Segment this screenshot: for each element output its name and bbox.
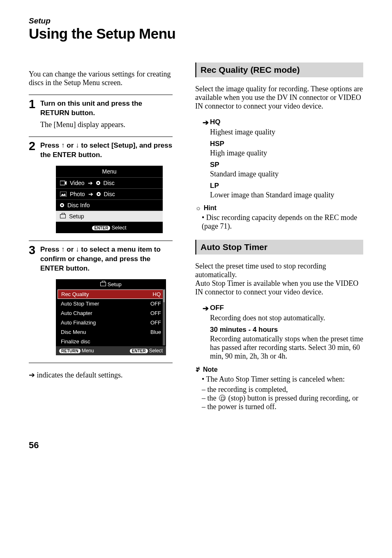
- default-arrow-icon: ➔: [203, 118, 210, 127]
- setup-row: Auto Chapter OFF: [56, 308, 166, 318]
- bulb-icon: [195, 204, 201, 212]
- section-intro: Select the preset time used to stop reco…: [195, 262, 363, 296]
- note-item: the recording is completed,: [202, 385, 363, 394]
- note-icon: [195, 366, 201, 373]
- divider: [29, 241, 173, 241]
- page-title: Using the Setup Menu: [29, 25, 363, 42]
- arrow-icon: ➔: [88, 180, 93, 186]
- note-heading: Note: [195, 366, 363, 373]
- stop-icon: [219, 395, 226, 401]
- setup-footer: RETURNMenu ENTERSelect: [56, 346, 166, 355]
- note-sublist: the recording is completed, the (stop) b…: [202, 385, 363, 411]
- step-heading: Press ↑ or ↓ to select [Setup], and pres…: [40, 141, 173, 160]
- note-intro: The Auto Stop Timer setting is canceled …: [202, 375, 363, 384]
- definition-sp: SP Standard image quality: [203, 161, 363, 178]
- step-heading: Press ↑ or ↓ to select a menu item to co…: [40, 245, 173, 273]
- menu-footer: ENTERSelect: [56, 222, 163, 233]
- divider: [29, 363, 173, 363]
- hint-heading: Hint: [195, 204, 363, 212]
- definition-lp: LP Lower image than Standard image quali…: [203, 182, 363, 199]
- menu-title: Menu: [56, 166, 163, 177]
- section-label: Setup: [29, 16, 363, 25]
- divider: [29, 137, 173, 137]
- section-heading-auto-stop: Auto Stop Timer: [195, 240, 363, 255]
- page-number: 56: [29, 440, 363, 451]
- enter-pill: ENTER: [92, 226, 110, 230]
- definition-duration: 30 minutes - 4 hours Recording automatic…: [203, 326, 363, 361]
- hint-item: Disc recording capacity depends on the R…: [202, 213, 363, 231]
- hint-list: Disc recording capacity depends on the R…: [195, 213, 363, 231]
- arrow-icon: ➔: [88, 191, 93, 197]
- setup-screenshot: Setup Rec Quality HQ Auto Stop Timer OFF…: [56, 279, 166, 355]
- page-header: Setup Using the Setup Menu: [29, 16, 363, 42]
- menu-item-video: Video ➔ Disc: [56, 177, 163, 188]
- disc-icon: [97, 192, 101, 196]
- menu-item-setup: Setup: [56, 211, 163, 222]
- setup-icon: [60, 214, 66, 218]
- intro-text: You can change the various settings for …: [29, 70, 173, 87]
- video-icon: [60, 181, 67, 185]
- step-number: 3: [29, 244, 40, 273]
- note-item: the power is turned off.: [202, 403, 363, 411]
- definition-hsp: HSP High image quality: [203, 140, 363, 157]
- definition-off: ➔ OFF Recording does not stop automatica…: [203, 304, 363, 322]
- disc-icon: [60, 203, 64, 207]
- step-number: 2: [29, 140, 40, 159]
- scrollbar: [163, 289, 165, 345]
- arrow-icon: ➔: [29, 371, 35, 379]
- default-arrow-icon: ➔: [203, 304, 210, 313]
- return-pill: RETURN: [59, 349, 81, 353]
- menu-item-photo: Photo ➔ Disc: [56, 188, 163, 199]
- setup-row-rec-quality: Rec Quality HQ: [58, 289, 164, 299]
- step-number: 1: [29, 98, 40, 117]
- menu-screenshot: Menu Video ➔ Disc Photo ➔ Disc: [56, 166, 163, 233]
- svg-rect-1: [60, 192, 67, 197]
- step-heading: Turn on this unit and press the RETURN b…: [40, 99, 173, 118]
- step-1: 1 Turn on this unit and press the RETURN…: [29, 99, 173, 129]
- enter-pill: ENTER: [130, 349, 148, 353]
- step-3: 3 Press ↑ or ↓ to select a menu item to …: [29, 245, 173, 355]
- left-column: You can change the various settings for …: [29, 63, 173, 411]
- setup-row: Auto Finalizing OFF: [56, 318, 166, 327]
- photo-icon: [60, 192, 67, 197]
- section-intro: Select the image quality for recording. …: [195, 85, 363, 111]
- note-list: The Auto Stop Timer setting is canceled …: [195, 375, 363, 384]
- setup-row: Auto Stop Timer OFF: [56, 299, 166, 308]
- setup-row: Finalize disc: [56, 337, 166, 346]
- section-heading-rec-quality: Rec Quality (REC mode): [195, 63, 363, 77]
- note-item: the (stop) button is pressed during reco…: [202, 394, 363, 403]
- divider: [29, 95, 173, 95]
- default-indicator-note: ➔ indicates the default settings.: [29, 370, 173, 380]
- setup-title: Setup: [56, 279, 166, 289]
- right-column: Rec Quality (REC mode) Select the image …: [195, 63, 363, 411]
- disc-icon: [96, 181, 100, 185]
- svg-rect-0: [60, 181, 65, 185]
- step-body: The [Menu] display appears.: [29, 120, 173, 129]
- setup-row: Disc Menu Blue: [56, 327, 166, 337]
- step-2: 2 Press ↑ or ↓ to select [Setup], and pr…: [29, 141, 173, 233]
- menu-item-disc-info: Disc Info: [56, 199, 163, 211]
- definition-hq: ➔ HQ Highest image quality: [203, 118, 363, 137]
